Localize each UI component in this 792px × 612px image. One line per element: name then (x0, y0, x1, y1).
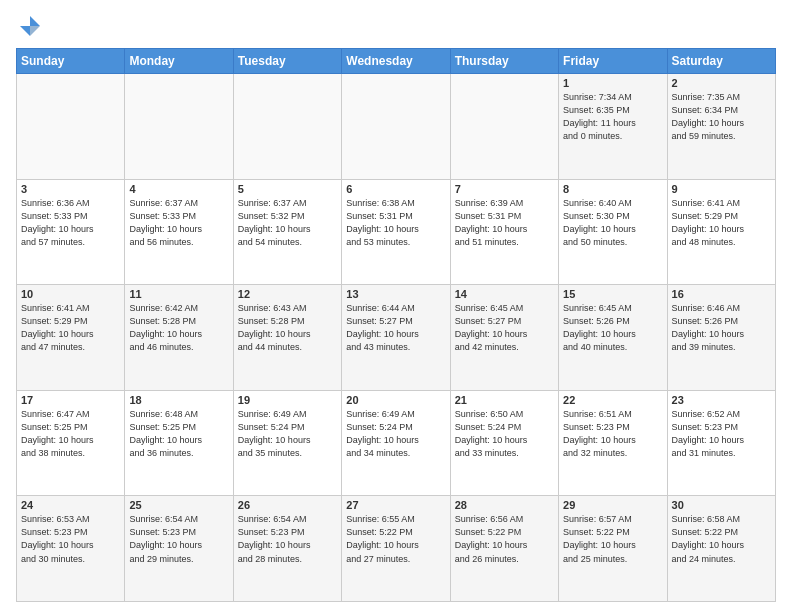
page: SundayMondayTuesdayWednesdayThursdayFrid… (0, 0, 792, 612)
calendar-cell: 2Sunrise: 7:35 AM Sunset: 6:34 PM Daylig… (667, 74, 775, 180)
col-header-tuesday: Tuesday (233, 49, 341, 74)
calendar-cell (233, 74, 341, 180)
calendar-week-3: 10Sunrise: 6:41 AM Sunset: 5:29 PM Dayli… (17, 285, 776, 391)
day-info: Sunrise: 6:52 AM Sunset: 5:23 PM Dayligh… (672, 408, 771, 460)
day-info: Sunrise: 7:35 AM Sunset: 6:34 PM Dayligh… (672, 91, 771, 143)
day-number: 23 (672, 394, 771, 406)
day-info: Sunrise: 6:57 AM Sunset: 5:22 PM Dayligh… (563, 513, 662, 565)
day-number: 28 (455, 499, 554, 511)
calendar-table: SundayMondayTuesdayWednesdayThursdayFrid… (16, 48, 776, 602)
calendar-week-2: 3Sunrise: 6:36 AM Sunset: 5:33 PM Daylig… (17, 179, 776, 285)
calendar-cell: 11Sunrise: 6:42 AM Sunset: 5:28 PM Dayli… (125, 285, 233, 391)
calendar-week-5: 24Sunrise: 6:53 AM Sunset: 5:23 PM Dayli… (17, 496, 776, 602)
day-number: 16 (672, 288, 771, 300)
day-number: 21 (455, 394, 554, 406)
calendar-cell: 16Sunrise: 6:46 AM Sunset: 5:26 PM Dayli… (667, 285, 775, 391)
day-info: Sunrise: 6:55 AM Sunset: 5:22 PM Dayligh… (346, 513, 445, 565)
day-info: Sunrise: 6:38 AM Sunset: 5:31 PM Dayligh… (346, 197, 445, 249)
calendar-cell: 30Sunrise: 6:58 AM Sunset: 5:22 PM Dayli… (667, 496, 775, 602)
col-header-sunday: Sunday (17, 49, 125, 74)
day-number: 15 (563, 288, 662, 300)
calendar-cell (17, 74, 125, 180)
day-info: Sunrise: 6:40 AM Sunset: 5:30 PM Dayligh… (563, 197, 662, 249)
day-number: 27 (346, 499, 445, 511)
day-info: Sunrise: 6:48 AM Sunset: 5:25 PM Dayligh… (129, 408, 228, 460)
header (16, 12, 776, 40)
calendar-cell: 23Sunrise: 6:52 AM Sunset: 5:23 PM Dayli… (667, 390, 775, 496)
col-header-saturday: Saturday (667, 49, 775, 74)
day-info: Sunrise: 6:50 AM Sunset: 5:24 PM Dayligh… (455, 408, 554, 460)
day-number: 12 (238, 288, 337, 300)
calendar-cell: 26Sunrise: 6:54 AM Sunset: 5:23 PM Dayli… (233, 496, 341, 602)
calendar-header: SundayMondayTuesdayWednesdayThursdayFrid… (17, 49, 776, 74)
calendar-cell (450, 74, 558, 180)
header-row: SundayMondayTuesdayWednesdayThursdayFrid… (17, 49, 776, 74)
calendar-cell (125, 74, 233, 180)
calendar-cell: 6Sunrise: 6:38 AM Sunset: 5:31 PM Daylig… (342, 179, 450, 285)
svg-marker-1 (20, 26, 30, 36)
logo-icon (16, 12, 44, 40)
svg-marker-0 (30, 16, 40, 26)
calendar-cell: 29Sunrise: 6:57 AM Sunset: 5:22 PM Dayli… (559, 496, 667, 602)
day-number: 25 (129, 499, 228, 511)
day-number: 24 (21, 499, 120, 511)
col-header-friday: Friday (559, 49, 667, 74)
day-info: Sunrise: 6:47 AM Sunset: 5:25 PM Dayligh… (21, 408, 120, 460)
day-number: 13 (346, 288, 445, 300)
day-number: 5 (238, 183, 337, 195)
day-info: Sunrise: 6:54 AM Sunset: 5:23 PM Dayligh… (129, 513, 228, 565)
logo (16, 12, 48, 40)
calendar-body: 1Sunrise: 7:34 AM Sunset: 6:35 PM Daylig… (17, 74, 776, 602)
day-info: Sunrise: 6:39 AM Sunset: 5:31 PM Dayligh… (455, 197, 554, 249)
day-number: 29 (563, 499, 662, 511)
calendar-cell: 9Sunrise: 6:41 AM Sunset: 5:29 PM Daylig… (667, 179, 775, 285)
col-header-wednesday: Wednesday (342, 49, 450, 74)
calendar-week-4: 17Sunrise: 6:47 AM Sunset: 5:25 PM Dayli… (17, 390, 776, 496)
calendar-cell: 27Sunrise: 6:55 AM Sunset: 5:22 PM Dayli… (342, 496, 450, 602)
calendar-cell: 20Sunrise: 6:49 AM Sunset: 5:24 PM Dayli… (342, 390, 450, 496)
day-info: Sunrise: 6:53 AM Sunset: 5:23 PM Dayligh… (21, 513, 120, 565)
day-number: 26 (238, 499, 337, 511)
calendar-cell: 13Sunrise: 6:44 AM Sunset: 5:27 PM Dayli… (342, 285, 450, 391)
day-number: 17 (21, 394, 120, 406)
calendar-cell: 22Sunrise: 6:51 AM Sunset: 5:23 PM Dayli… (559, 390, 667, 496)
day-number: 10 (21, 288, 120, 300)
day-info: Sunrise: 6:49 AM Sunset: 5:24 PM Dayligh… (238, 408, 337, 460)
calendar-week-1: 1Sunrise: 7:34 AM Sunset: 6:35 PM Daylig… (17, 74, 776, 180)
day-number: 18 (129, 394, 228, 406)
col-header-monday: Monday (125, 49, 233, 74)
day-info: Sunrise: 6:41 AM Sunset: 5:29 PM Dayligh… (672, 197, 771, 249)
calendar-cell: 5Sunrise: 6:37 AM Sunset: 5:32 PM Daylig… (233, 179, 341, 285)
day-info: Sunrise: 6:58 AM Sunset: 5:22 PM Dayligh… (672, 513, 771, 565)
day-number: 11 (129, 288, 228, 300)
calendar-cell (342, 74, 450, 180)
calendar-cell: 15Sunrise: 6:45 AM Sunset: 5:26 PM Dayli… (559, 285, 667, 391)
svg-marker-2 (30, 26, 40, 36)
day-info: Sunrise: 6:36 AM Sunset: 5:33 PM Dayligh… (21, 197, 120, 249)
day-info: Sunrise: 6:45 AM Sunset: 5:26 PM Dayligh… (563, 302, 662, 354)
day-info: Sunrise: 7:34 AM Sunset: 6:35 PM Dayligh… (563, 91, 662, 143)
day-info: Sunrise: 6:56 AM Sunset: 5:22 PM Dayligh… (455, 513, 554, 565)
day-number: 1 (563, 77, 662, 89)
calendar-cell: 3Sunrise: 6:36 AM Sunset: 5:33 PM Daylig… (17, 179, 125, 285)
day-info: Sunrise: 6:42 AM Sunset: 5:28 PM Dayligh… (129, 302, 228, 354)
day-number: 8 (563, 183, 662, 195)
day-number: 14 (455, 288, 554, 300)
day-number: 2 (672, 77, 771, 89)
day-number: 6 (346, 183, 445, 195)
calendar-cell: 12Sunrise: 6:43 AM Sunset: 5:28 PM Dayli… (233, 285, 341, 391)
calendar-cell: 19Sunrise: 6:49 AM Sunset: 5:24 PM Dayli… (233, 390, 341, 496)
day-info: Sunrise: 6:45 AM Sunset: 5:27 PM Dayligh… (455, 302, 554, 354)
calendar-cell: 28Sunrise: 6:56 AM Sunset: 5:22 PM Dayli… (450, 496, 558, 602)
day-info: Sunrise: 6:44 AM Sunset: 5:27 PM Dayligh… (346, 302, 445, 354)
day-info: Sunrise: 6:51 AM Sunset: 5:23 PM Dayligh… (563, 408, 662, 460)
calendar-cell: 21Sunrise: 6:50 AM Sunset: 5:24 PM Dayli… (450, 390, 558, 496)
day-number: 19 (238, 394, 337, 406)
day-info: Sunrise: 6:43 AM Sunset: 5:28 PM Dayligh… (238, 302, 337, 354)
calendar-cell: 1Sunrise: 7:34 AM Sunset: 6:35 PM Daylig… (559, 74, 667, 180)
day-number: 20 (346, 394, 445, 406)
day-info: Sunrise: 6:37 AM Sunset: 5:32 PM Dayligh… (238, 197, 337, 249)
calendar-cell: 4Sunrise: 6:37 AM Sunset: 5:33 PM Daylig… (125, 179, 233, 285)
day-info: Sunrise: 6:49 AM Sunset: 5:24 PM Dayligh… (346, 408, 445, 460)
day-number: 3 (21, 183, 120, 195)
